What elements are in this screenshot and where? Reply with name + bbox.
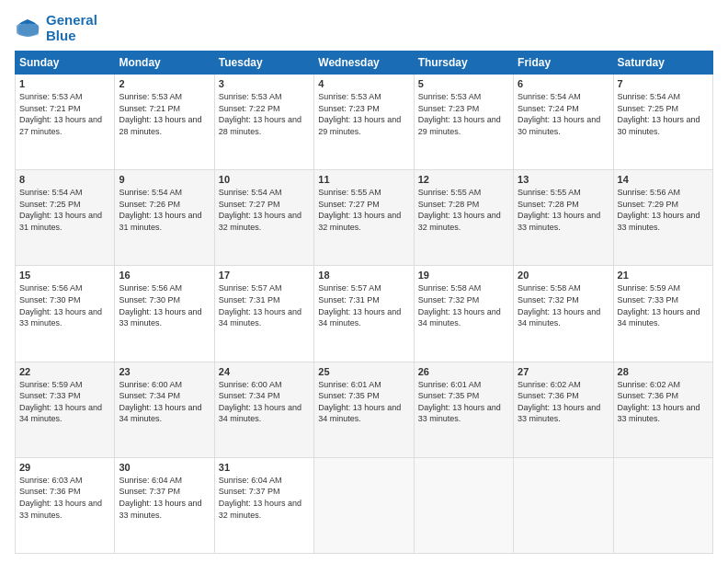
day-info: Sunrise: 5:54 AMSunset: 7:24 PMDaylight:…	[518, 91, 609, 137]
calendar-cell: 17Sunrise: 5:57 AMSunset: 7:31 PMDayligh…	[214, 266, 313, 362]
day-number: 1	[19, 78, 110, 89]
day-info: Sunrise: 5:53 AMSunset: 7:22 PMDaylight:…	[219, 91, 310, 137]
calendar-cell	[314, 457, 414, 553]
day-info: Sunrise: 6:00 AMSunset: 7:34 PMDaylight:…	[119, 379, 210, 425]
day-info: Sunrise: 6:02 AMSunset: 7:36 PMDaylight:…	[518, 379, 609, 425]
calendar-cell: 10Sunrise: 5:54 AMSunset: 7:27 PMDayligh…	[214, 170, 313, 266]
header: General Blue	[15, 13, 713, 43]
calendar-cell: 3Sunrise: 5:53 AMSunset: 7:22 PMDaylight…	[214, 75, 313, 170]
day-number: 5	[418, 78, 509, 89]
day-number: 4	[318, 78, 409, 89]
logo-icon	[15, 18, 42, 39]
day-info: Sunrise: 5:54 AMSunset: 7:25 PMDaylight:…	[618, 91, 709, 137]
day-info: Sunrise: 5:58 AMSunset: 7:32 PMDaylight:…	[518, 282, 609, 328]
calendar-cell: 19Sunrise: 5:58 AMSunset: 7:32 PMDayligh…	[414, 266, 513, 362]
calendar-week-row: 22Sunrise: 5:59 AMSunset: 7:33 PMDayligh…	[16, 362, 713, 457]
day-number: 24	[219, 366, 310, 377]
calendar-cell: 23Sunrise: 6:00 AMSunset: 7:34 PMDayligh…	[115, 362, 214, 457]
day-info: Sunrise: 5:55 AMSunset: 7:27 PMDaylight:…	[318, 187, 409, 233]
calendar-header-row: SundayMondayTuesdayWednesdayThursdayFrid…	[16, 52, 713, 75]
calendar-cell: 2Sunrise: 5:53 AMSunset: 7:21 PMDaylight…	[115, 75, 214, 170]
calendar-cell: 29Sunrise: 6:03 AMSunset: 7:36 PMDayligh…	[16, 457, 115, 553]
day-info: Sunrise: 5:53 AMSunset: 7:23 PMDaylight:…	[418, 91, 509, 137]
calendar-cell: 24Sunrise: 6:00 AMSunset: 7:34 PMDayligh…	[214, 362, 313, 457]
calendar-cell: 5Sunrise: 5:53 AMSunset: 7:23 PMDaylight…	[414, 75, 513, 170]
calendar-week-row: 15Sunrise: 5:56 AMSunset: 7:30 PMDayligh…	[16, 266, 713, 362]
day-info: Sunrise: 6:02 AMSunset: 7:36 PMDaylight:…	[618, 379, 709, 425]
day-info: Sunrise: 6:04 AMSunset: 7:37 PMDaylight:…	[219, 475, 310, 521]
day-info: Sunrise: 6:03 AMSunset: 7:36 PMDaylight:…	[19, 475, 110, 521]
day-number: 9	[119, 174, 210, 185]
calendar-cell: 22Sunrise: 5:59 AMSunset: 7:33 PMDayligh…	[16, 362, 115, 457]
day-number: 17	[219, 270, 310, 281]
day-number: 18	[318, 270, 409, 281]
day-number: 28	[618, 366, 709, 377]
calendar-cell: 25Sunrise: 6:01 AMSunset: 7:35 PMDayligh…	[314, 362, 414, 457]
calendar-cell: 6Sunrise: 5:54 AMSunset: 7:24 PMDaylight…	[514, 75, 613, 170]
day-info: Sunrise: 6:00 AMSunset: 7:34 PMDaylight:…	[219, 379, 310, 425]
calendar-cell: 11Sunrise: 5:55 AMSunset: 7:27 PMDayligh…	[314, 170, 414, 266]
day-number: 26	[418, 366, 509, 377]
calendar-cell	[514, 457, 613, 553]
day-number: 11	[318, 174, 409, 185]
calendar-cell: 18Sunrise: 5:57 AMSunset: 7:31 PMDayligh…	[314, 266, 414, 362]
calendar-cell: 15Sunrise: 5:56 AMSunset: 7:30 PMDayligh…	[16, 266, 115, 362]
calendar-cell: 21Sunrise: 5:59 AMSunset: 7:33 PMDayligh…	[613, 266, 712, 362]
day-info: Sunrise: 6:04 AMSunset: 7:37 PMDaylight:…	[119, 475, 210, 521]
day-number: 6	[518, 78, 609, 89]
day-info: Sunrise: 5:59 AMSunset: 7:33 PMDaylight:…	[618, 282, 709, 328]
day-number: 22	[19, 366, 110, 377]
day-info: Sunrise: 5:55 AMSunset: 7:28 PMDaylight:…	[418, 187, 509, 233]
day-info: Sunrise: 5:54 AMSunset: 7:26 PMDaylight:…	[119, 187, 210, 233]
calendar-cell: 30Sunrise: 6:04 AMSunset: 7:37 PMDayligh…	[115, 457, 214, 553]
page: General Blue SundayMondayTuesdayWednesda…	[0, 0, 728, 563]
calendar-table: SundayMondayTuesdayWednesdayThursdayFrid…	[15, 51, 713, 554]
weekday-header: Thursday	[414, 52, 513, 75]
weekday-header: Sunday	[16, 52, 115, 75]
weekday-header: Saturday	[613, 52, 712, 75]
day-info: Sunrise: 5:55 AMSunset: 7:28 PMDaylight:…	[518, 187, 609, 233]
day-number: 27	[518, 366, 609, 377]
day-number: 25	[318, 366, 409, 377]
day-info: Sunrise: 5:57 AMSunset: 7:31 PMDaylight:…	[318, 282, 409, 328]
day-number: 12	[418, 174, 509, 185]
weekday-header: Monday	[115, 52, 214, 75]
calendar-cell: 16Sunrise: 5:56 AMSunset: 7:30 PMDayligh…	[115, 266, 214, 362]
weekday-header: Friday	[514, 52, 613, 75]
day-number: 14	[618, 174, 709, 185]
day-number: 8	[19, 174, 110, 185]
weekday-header: Tuesday	[214, 52, 313, 75]
day-info: Sunrise: 5:53 AMSunset: 7:23 PMDaylight:…	[318, 91, 409, 137]
day-info: Sunrise: 5:54 AMSunset: 7:27 PMDaylight:…	[219, 187, 310, 233]
day-number: 21	[618, 270, 709, 281]
calendar-cell: 20Sunrise: 5:58 AMSunset: 7:32 PMDayligh…	[514, 266, 613, 362]
day-number: 7	[618, 78, 709, 89]
day-number: 19	[418, 270, 509, 281]
day-number: 23	[119, 366, 210, 377]
day-number: 13	[518, 174, 609, 185]
day-number: 15	[19, 270, 110, 281]
calendar-cell: 26Sunrise: 6:01 AMSunset: 7:35 PMDayligh…	[414, 362, 513, 457]
day-info: Sunrise: 5:53 AMSunset: 7:21 PMDaylight:…	[119, 91, 210, 137]
day-info: Sunrise: 5:58 AMSunset: 7:32 PMDaylight:…	[418, 282, 509, 328]
calendar-cell: 13Sunrise: 5:55 AMSunset: 7:28 PMDayligh…	[514, 170, 613, 266]
calendar-cell: 27Sunrise: 6:02 AMSunset: 7:36 PMDayligh…	[514, 362, 613, 457]
calendar-cell: 4Sunrise: 5:53 AMSunset: 7:23 PMDaylight…	[314, 75, 414, 170]
day-number: 31	[219, 462, 310, 473]
logo-text: General Blue	[46, 13, 97, 43]
calendar-cell: 8Sunrise: 5:54 AMSunset: 7:25 PMDaylight…	[16, 170, 115, 266]
day-info: Sunrise: 6:01 AMSunset: 7:35 PMDaylight:…	[418, 379, 509, 425]
calendar-week-row: 1Sunrise: 5:53 AMSunset: 7:21 PMDaylight…	[16, 75, 713, 170]
calendar-cell	[414, 457, 513, 553]
day-number: 16	[119, 270, 210, 281]
day-info: Sunrise: 5:53 AMSunset: 7:21 PMDaylight:…	[19, 91, 110, 137]
calendar-cell: 9Sunrise: 5:54 AMSunset: 7:26 PMDaylight…	[115, 170, 214, 266]
day-number: 20	[518, 270, 609, 281]
calendar-cell: 14Sunrise: 5:56 AMSunset: 7:29 PMDayligh…	[613, 170, 712, 266]
calendar-cell: 7Sunrise: 5:54 AMSunset: 7:25 PMDaylight…	[613, 75, 712, 170]
calendar-cell: 28Sunrise: 6:02 AMSunset: 7:36 PMDayligh…	[613, 362, 712, 457]
day-number: 30	[119, 462, 210, 473]
day-info: Sunrise: 6:01 AMSunset: 7:35 PMDaylight:…	[318, 379, 409, 425]
day-info: Sunrise: 5:54 AMSunset: 7:25 PMDaylight:…	[19, 187, 110, 233]
calendar-cell: 31Sunrise: 6:04 AMSunset: 7:37 PMDayligh…	[214, 457, 313, 553]
